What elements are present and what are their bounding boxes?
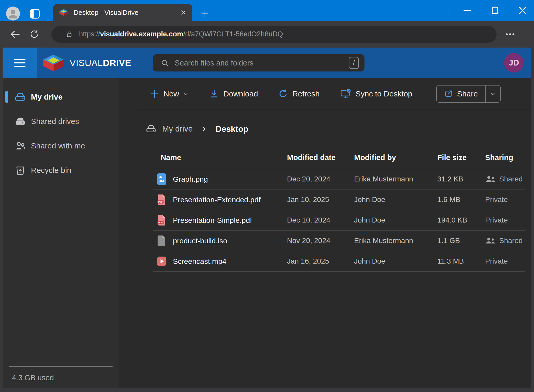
- browser-profile-icon[interactable]: [6, 6, 20, 21]
- url-protocol: https://: [79, 30, 100, 38]
- hamburger-menu-button[interactable]: [3, 48, 37, 78]
- cell-modified-by: John Doe: [354, 216, 437, 224]
- new-tab-icon[interactable]: [201, 10, 209, 18]
- column-header-file-size[interactable]: File size: [437, 153, 485, 162]
- refresh-button-label: Refresh: [292, 89, 320, 98]
- file-name: product-build.iso: [173, 237, 227, 245]
- visualdrive-app: VISUALDRIVE / JD: [3, 48, 531, 388]
- table-row[interactable]: Graph.png Dec 20, 2024 Erika Mustermann …: [153, 169, 525, 190]
- brand-name: VISUALDRIVE: [70, 58, 131, 68]
- download-button-label: Download: [223, 89, 258, 98]
- address-bar[interactable]: https://visualdrive.example.com/d/a7QWi7…: [51, 26, 497, 43]
- back-icon[interactable]: [9, 29, 21, 40]
- chevron-right-icon: [201, 126, 207, 132]
- toolbar-divider: [138, 110, 531, 110]
- search-shortcut-badge: /: [349, 57, 359, 69]
- main-content: New Download: [119, 78, 531, 388]
- generic-file-icon: [157, 235, 167, 247]
- browser-window: Desktop - VisualDrive: [0, 0, 534, 392]
- drive-icon: [146, 123, 157, 134]
- search-icon: [161, 59, 169, 67]
- maximize-icon[interactable]: [490, 5, 500, 16]
- sidebar-item-label: Shared with me: [31, 141, 85, 150]
- recycle-bin-icon: [14, 164, 26, 176]
- table-row[interactable]: product-build.iso Nov 20, 2024 Erika Mus…: [153, 231, 525, 251]
- sync-button-label: Sync to Desktop: [355, 89, 412, 98]
- sidebar-item-shared-with-me[interactable]: Shared with me: [3, 134, 119, 158]
- cell-file-size: 1.1 GB: [437, 237, 485, 245]
- column-header-modified-date[interactable]: Modified date: [287, 153, 354, 162]
- cell-file-size: 194.0 KB: [437, 216, 485, 224]
- search-input[interactable]: [175, 59, 349, 67]
- table-row[interactable]: Screencast.mp4 Jan 16, 2025 John Doe 11.…: [153, 251, 525, 272]
- breadcrumb-current: Desktop: [216, 124, 248, 134]
- column-header-sharing[interactable]: Sharing: [485, 153, 525, 162]
- download-button[interactable]: Download: [209, 89, 258, 99]
- browser-tab[interactable]: Desktop - VisualDrive: [53, 4, 192, 21]
- share-button[interactable]: Share: [437, 86, 485, 102]
- sidebar-item-my-drive[interactable]: My drive: [3, 85, 119, 109]
- cell-modified-date: Nov 20, 2024: [287, 237, 354, 245]
- column-header-name[interactable]: Name: [153, 153, 287, 162]
- lock-icon[interactable]: [65, 30, 73, 38]
- chevron-down-icon: [490, 91, 496, 97]
- sidebar-item-shared-drives[interactable]: Shared drives: [3, 109, 119, 134]
- table-header: Name Modified date Modified by File size…: [153, 147, 525, 169]
- browser-titlebar: Desktop - VisualDrive: [0, 0, 534, 21]
- sidebar-item-label: My drive: [31, 93, 63, 101]
- user-avatar[interactable]: JD: [504, 53, 524, 73]
- sidebar-item-label: Shared drives: [31, 117, 79, 126]
- sharing-status: Shared: [499, 175, 523, 183]
- visualdrive-favicon: [59, 8, 68, 17]
- workspaces-icon[interactable]: [30, 9, 40, 19]
- browser-menu-icon[interactable]: [504, 29, 516, 40]
- file-name: Presentation-Extended.pdf: [173, 195, 261, 204]
- file-name: Presentation-Simple.pdf: [173, 216, 252, 225]
- cell-file-size: 31.2 KB: [437, 175, 485, 183]
- table-row[interactable]: PDF Presentation-Extended.pdf Jan 10, 20…: [153, 190, 525, 210]
- refresh-icon: [278, 89, 288, 99]
- table-row[interactable]: PDF Presentation-Simple.pdf Dec 10, 2024…: [153, 210, 525, 231]
- search-box[interactable]: /: [153, 54, 364, 71]
- breadcrumb-root[interactable]: My drive: [162, 124, 193, 134]
- refresh-button[interactable]: Refresh: [278, 89, 320, 99]
- column-header-modified-by[interactable]: Modified by: [354, 153, 437, 162]
- toolbar: New Download: [119, 78, 531, 110]
- tab-title: Desktop - VisualDrive: [74, 9, 180, 17]
- shared-drives-icon: [14, 115, 26, 127]
- cell-modified-date: Dec 10, 2024: [287, 216, 354, 224]
- new-button[interactable]: New: [149, 89, 189, 99]
- image-file-icon: [157, 173, 167, 185]
- svg-text:PDF: PDF: [158, 201, 163, 203]
- file-table: Name Modified date Modified by File size…: [153, 147, 525, 272]
- breadcrumb: My drive Desktop: [146, 121, 531, 137]
- cell-modified-date: Dec 20, 2024: [287, 175, 354, 183]
- brand: VISUALDRIVE: [42, 53, 131, 73]
- close-window-icon[interactable]: [517, 5, 528, 16]
- storage-divider: [9, 366, 113, 367]
- active-indicator: [5, 91, 8, 103]
- pdf-file-icon: PDF: [157, 194, 167, 206]
- shared-people-icon: [485, 175, 496, 183]
- share-icon: [444, 89, 453, 98]
- sharing-status: Private: [485, 195, 508, 204]
- sidebar-item-label: Recycle bin: [31, 166, 71, 175]
- minimize-icon[interactable]: [462, 5, 473, 16]
- visualdrive-logo: [42, 53, 65, 73]
- sharing-status: Shared: [499, 237, 523, 245]
- cell-modified-by: Erika Mustermann: [354, 175, 437, 183]
- sidebar-item-recycle-bin[interactable]: Recycle bin: [3, 158, 119, 182]
- browser-refresh-icon[interactable]: [29, 29, 40, 40]
- shared-people-icon: [485, 237, 496, 245]
- url-path: /d/a7QWi7GLT1-56edO2h8uDQ: [183, 30, 283, 38]
- tab-close-icon[interactable]: [180, 9, 187, 16]
- chevron-down-icon: [183, 91, 189, 97]
- share-dropdown-button[interactable]: [485, 86, 500, 102]
- share-button-label: Share: [457, 89, 478, 98]
- sync-to-desktop-button[interactable]: Sync to Desktop: [340, 89, 412, 99]
- share-split-button: Share: [436, 85, 501, 103]
- cell-modified-date: Jan 16, 2025: [287, 257, 354, 265]
- cell-modified-date: Jan 10, 2025: [287, 195, 354, 204]
- new-button-label: New: [164, 89, 179, 98]
- app-body: My drive Shared drives Shared with me: [3, 78, 531, 388]
